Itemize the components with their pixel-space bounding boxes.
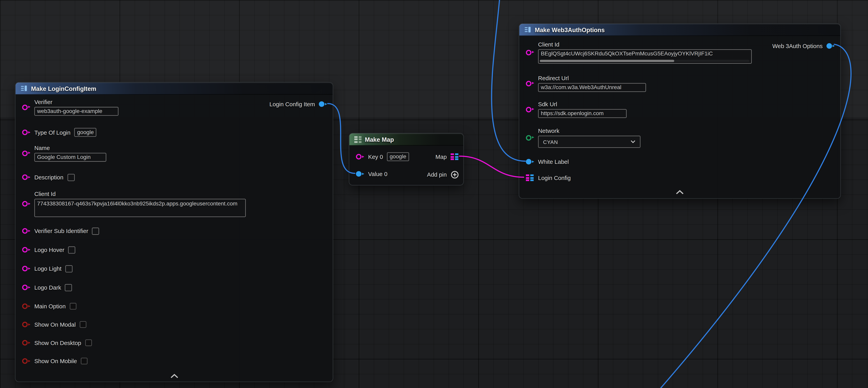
pin-verifier-sub-identifier[interactable] [22, 228, 30, 234]
blueprint-graph-canvas[interactable]: Make LoginConfigItem Login Config Item V… [0, 0, 868, 388]
logo-dark-input[interactable] [65, 284, 72, 291]
verifier-sub-identifier-label: Verifier Sub Identifier [34, 227, 88, 235]
node-make-loginconfigitem[interactable]: Make LoginConfigItem Login Config Item V… [15, 82, 333, 382]
output-pin-label: Web 3Auth Options [772, 42, 823, 50]
client-id-label: Client Id [538, 41, 752, 48]
pin-row-network: Network CYAN [526, 127, 640, 148]
pin-row-main-option: Main Option [22, 301, 76, 311]
pin-row-show-on-modal: Show On Modal [22, 320, 86, 330]
pin-row-redirect-url: Redirect Url w3a://com.w3a.Web3AuthUnrea… [526, 75, 646, 92]
pin-client-id[interactable] [22, 201, 30, 207]
show-on-modal-checkbox[interactable] [80, 321, 86, 328]
pin-row-white-label: White Label [526, 157, 569, 167]
main-option-checkbox[interactable] [69, 303, 76, 309]
pin-row-map-output: Map [435, 152, 459, 162]
logo-light-input[interactable] [65, 265, 73, 272]
chevron-down-icon [630, 140, 636, 144]
pin-redirect-url[interactable] [526, 80, 534, 87]
collapse-node-button[interactable] [676, 190, 684, 194]
pin-row-type-of-login: Type Of Login google [22, 127, 97, 138]
type-of-login-input[interactable]: google [74, 128, 96, 137]
name-label: Name [34, 145, 106, 152]
network-dropdown[interactable]: CYAN [538, 136, 641, 148]
pin-name[interactable] [22, 150, 30, 156]
collapse-node-button[interactable] [170, 374, 179, 378]
pin-login-config[interactable] [526, 175, 534, 181]
pin-logo-light[interactable] [22, 265, 30, 272]
logo-hover-label: Logo Hover [34, 246, 64, 253]
logo-dark-label: Logo Dark [34, 284, 61, 291]
pin-row-sdk-url: Sdk Url https://sdk.openlogin.com [526, 101, 626, 118]
pin-row-value-0: Value 0 [356, 169, 388, 179]
add-pin-button[interactable] [451, 170, 459, 179]
pin-row-output: Web 3Auth Options [772, 41, 835, 51]
pin-verifier[interactable] [22, 104, 30, 111]
show-on-desktop-checkbox[interactable] [85, 339, 92, 346]
logo-hover-input[interactable] [68, 246, 75, 253]
type-of-login-label: Type Of Login [34, 129, 70, 136]
pin-row-show-on-mobile: Show On Mobile [22, 356, 88, 366]
client-id-label: Client Id [34, 190, 246, 198]
pin-row-verifier: Verifier web3auth-google-example [22, 98, 119, 116]
client-id-text: BEglQSgt4cUWcj6SKRdu5QkOXTsePmMcusG5EAoy… [541, 51, 713, 57]
node-make-web3authoptions[interactable]: Make Web3AuthOptions Web 3Auth Options C… [519, 23, 841, 199]
pin-sdk-url[interactable] [526, 106, 534, 113]
name-input[interactable]: Google Custom Login [34, 153, 106, 162]
logo-light-label: Logo Light [34, 265, 61, 272]
pin-show-on-mobile[interactable] [22, 358, 30, 364]
node-title: Make Web3AuthOptions [535, 26, 605, 33]
pin-value-0[interactable] [356, 171, 364, 177]
pin-logo-hover[interactable] [22, 246, 30, 253]
show-on-mobile-checkbox[interactable] [81, 358, 88, 364]
node-header-make-map[interactable]: Make Map [349, 133, 463, 146]
node-make-map[interactable]: Make Map Key 0 google Value 0 Map Add pi… [349, 133, 464, 185]
white-label-label: White Label [538, 158, 569, 166]
value-0-label: Value 0 [368, 170, 388, 178]
client-id-scrollbar-track [540, 60, 749, 62]
description-input[interactable] [67, 174, 74, 181]
add-pin-label: Add pin [427, 171, 447, 178]
add-pin-row: Add pin [427, 169, 459, 179]
show-on-modal-label: Show On Modal [34, 321, 76, 328]
pin-white-label[interactable] [526, 158, 534, 165]
sdk-url-input[interactable]: https://sdk.openlogin.com [538, 109, 626, 118]
pin-map-output[interactable] [451, 153, 459, 160]
main-option-label: Main Option [34, 303, 66, 310]
client-id-input[interactable]: BEglQSgt4cUWcj6SKRdu5QkOXTsePmMcusG5EAoy… [538, 49, 752, 64]
pin-show-on-desktop[interactable] [22, 339, 30, 346]
verifier-input[interactable]: web3auth-google-example [34, 107, 119, 116]
pin-row-name: Name Google Custom Login [22, 145, 106, 162]
pin-network[interactable] [526, 134, 534, 141]
node-header-make-loginconfigitem[interactable]: Make LoginConfigItem [16, 82, 333, 95]
node-header-make-web3authoptions[interactable]: Make Web3AuthOptions [519, 24, 840, 36]
pin-show-on-modal[interactable] [22, 321, 30, 328]
pin-logo-dark[interactable] [22, 284, 30, 291]
key-0-label: Key 0 [368, 153, 383, 160]
key-0-input[interactable]: google [387, 152, 409, 161]
network-selected-value: CYAN [543, 139, 558, 145]
pin-row-key-0: Key 0 google [356, 152, 409, 162]
network-label: Network [538, 127, 641, 135]
show-on-desktop-label: Show On Desktop [34, 339, 81, 347]
pin-row-verifier-sub-identifier: Verifier Sub Identifier [22, 226, 99, 236]
client-id-scrollbar[interactable] [540, 60, 674, 62]
make-struct-icon [524, 26, 532, 33]
redirect-url-label: Redirect Url [538, 75, 646, 82]
client-id-input[interactable]: 774338308167-q463s7kpvja16l4l0kko3nb925i… [34, 199, 246, 217]
make-map-icon [354, 136, 362, 143]
pin-description[interactable] [22, 174, 30, 181]
pin-main-option[interactable] [22, 303, 30, 309]
pin-client-id[interactable] [526, 49, 534, 56]
pin-row-show-on-desktop: Show On Desktop [22, 338, 92, 348]
verifier-sub-identifier-input[interactable] [92, 227, 99, 235]
pin-login-config-item-output[interactable] [319, 101, 327, 108]
verifier-label: Verifier [34, 98, 119, 106]
pin-key-0[interactable] [356, 153, 364, 160]
pin-row-logo-dark: Logo Dark [22, 282, 72, 292]
pin-row-logo-light: Logo Light [22, 264, 72, 274]
description-label: Description [34, 174, 63, 181]
pin-web3auth-options-output[interactable] [827, 42, 835, 49]
pin-type-of-login[interactable] [22, 129, 30, 136]
redirect-url-input[interactable]: w3a://com.w3a.Web3AuthUnreal [538, 83, 646, 92]
sdk-url-label: Sdk Url [538, 101, 626, 108]
